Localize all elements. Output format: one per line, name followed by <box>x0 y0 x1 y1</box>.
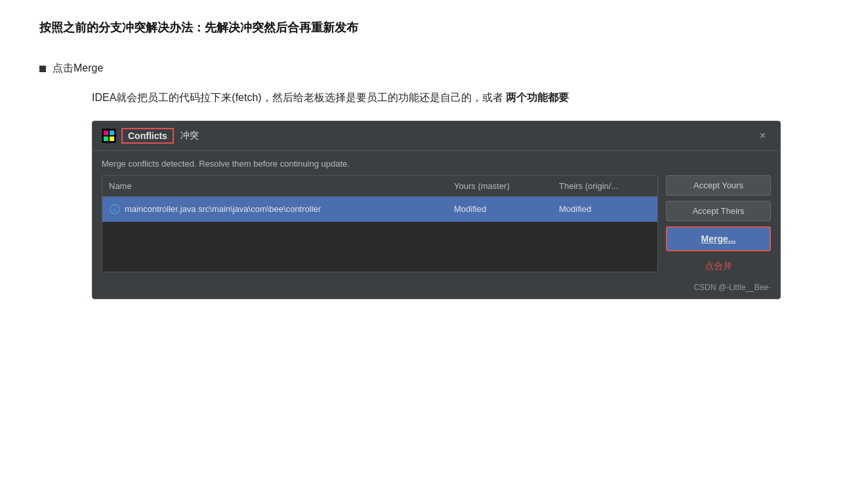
dialog-subtitle: Merge conflicts detected. Resolve them b… <box>93 151 780 175</box>
svg-rect-3 <box>104 136 108 141</box>
conflicts-table: Name Yours (master) Theirs (origin/... c… <box>102 175 658 272</box>
table-row[interactable]: c maincontroller.java src\main\java\com\… <box>102 197 657 222</box>
conflicts-dialog: Conflicts 冲突 × Merge conflicts detected.… <box>92 121 781 299</box>
theirs-status-cell: Modified <box>552 197 657 222</box>
buttons-column: Accept Yours Accept Theirs Merge... 点合并 <box>666 175 771 272</box>
bullet-item: 点击Merge <box>39 62 829 75</box>
accept-theirs-button[interactable]: Accept Theirs <box>666 201 771 221</box>
idea-icon <box>102 129 116 143</box>
page-title: 按照之前的分支冲突解决办法：先解决冲突然后合再重新发布 <box>39 20 829 35</box>
table-header: Name Yours (master) Theirs (origin/... <box>102 176 657 197</box>
file-icon: c <box>109 203 121 215</box>
svg-text:c: c <box>113 207 116 213</box>
svg-rect-1 <box>104 131 108 135</box>
bullet-text: 点击Merge <box>52 62 103 75</box>
col-yours-header: Yours (master) <box>447 176 552 196</box>
yours-status-cell: Modified <box>447 197 552 222</box>
col-name-header: Name <box>102 176 447 196</box>
svg-rect-2 <box>110 131 114 135</box>
csdn-watermark: CSDN @-Little__Bee- <box>693 283 771 292</box>
description-text: IDEA就会把员工的代码拉下来(fetch)，然后给老板选择是要员工的功能还是自… <box>92 89 829 108</box>
dialog-content: Name Yours (master) Theirs (origin/... c… <box>93 175 780 272</box>
file-name-cell: c maincontroller.java src\main\java\com\… <box>102 197 447 222</box>
dialog-titlebar: Conflicts 冲突 × <box>93 121 780 151</box>
svg-rect-4 <box>110 136 114 141</box>
dialog-close-button[interactable]: × <box>754 127 771 144</box>
merge-button[interactable]: Merge... <box>666 226 771 251</box>
merge-chinese-label: 点合并 <box>666 260 771 272</box>
col-theirs-header: Theirs (origin/... <box>552 176 657 196</box>
bullet-icon <box>39 66 46 72</box>
accept-yours-button[interactable]: Accept Yours <box>666 175 771 196</box>
dialog-title-conflicts: Conflicts <box>121 128 174 144</box>
dialog-title-chinese: 冲突 <box>180 130 199 142</box>
